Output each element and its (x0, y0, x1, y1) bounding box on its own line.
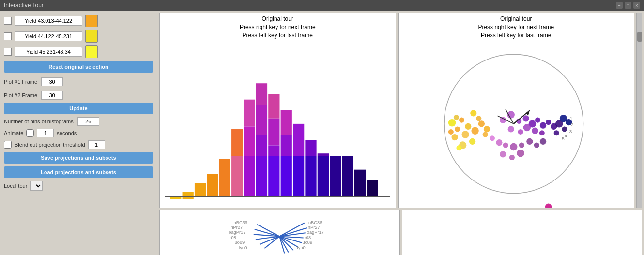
svg-point-77 (534, 143, 539, 148)
yield-1-checkbox[interactable] (4, 17, 12, 25)
svg-point-71 (489, 136, 494, 141)
yield-3-checkbox[interactable] (4, 48, 12, 56)
svg-point-50 (448, 119, 455, 126)
blend-label: Blend out projection threshold (15, 142, 85, 148)
plot-bottom-left: nBC36 nPr27 oagPr17 r08 uo89 tyo0 nBC36 … (159, 210, 400, 255)
bins-input[interactable] (77, 117, 99, 126)
svg-point-74 (509, 143, 517, 150)
svg-text:5: 5 (562, 136, 565, 142)
svg-point-41 (469, 138, 475, 145)
svg-point-57 (535, 118, 540, 123)
svg-rect-7 (231, 156, 243, 197)
svg-rect-11 (256, 84, 267, 105)
yield-2-color[interactable] (85, 30, 98, 43)
svg-rect-6 (231, 129, 243, 156)
svg-point-81 (517, 150, 524, 157)
svg-text:3: 3 (569, 129, 572, 134)
minimize-button[interactable]: − (616, 2, 623, 9)
svg-point-76 (526, 138, 533, 145)
svg-point-39 (459, 118, 464, 123)
svg-point-62 (539, 131, 544, 136)
tour-svg: 1 2 3 4 5 (399, 40, 634, 208)
svg-point-63 (507, 126, 514, 133)
yield-2-label: Yield 44.122-45.231 (15, 31, 82, 41)
main-layout: Yield 43.013-44.122 Yield 44.122-45.231 … (0, 11, 644, 255)
title-bar: Interactive Tour − □ × (0, 0, 644, 11)
tour-canvas: 1 2 3 4 5 (399, 40, 634, 208)
update-button[interactable]: Update (4, 103, 153, 114)
svg-point-68 (562, 127, 567, 132)
top-plots-row: Original tour Press right key for next f… (159, 13, 642, 208)
histogram-svg (160, 40, 396, 208)
svg-text:uo89: uo89 (235, 240, 245, 245)
bottom-left-svg: nBC36 nPr27 oagPr17 r08 uo89 tyo0 nBC36 … (160, 210, 399, 255)
svg-point-37 (482, 132, 488, 137)
animate-checkbox[interactable] (26, 129, 34, 137)
svg-text:tyo0: tyo0 (239, 245, 247, 250)
reset-selection-button[interactable]: Reset original selection (4, 61, 153, 73)
plot2-frame-row: Plot #2 Frame (4, 91, 153, 100)
yield-row-1: Yield 43.013-44.122 (4, 15, 153, 27)
animate-label: Animate (4, 130, 23, 136)
svg-rect-4 (207, 174, 218, 197)
plot1-frame-row: Plot #1 Frame (4, 77, 153, 86)
histogram-canvas (160, 40, 396, 208)
bins-row: Number of bins of histograms (4, 117, 153, 126)
svg-text:1: 1 (569, 116, 572, 121)
svg-rect-26 (318, 154, 329, 157)
blend-input[interactable] (88, 140, 105, 149)
svg-point-59 (546, 120, 551, 125)
yield-2-checkbox[interactable] (4, 32, 12, 40)
app-title: Interactive Tour (4, 2, 44, 9)
content-area: Original tour Press right key for next f… (157, 11, 644, 255)
svg-point-47 (483, 126, 490, 133)
local-tour-row: Local tour (4, 181, 153, 191)
load-projections-button[interactable]: Load projections and subsets (4, 166, 153, 178)
svg-text:nBC36: nBC36 (308, 220, 322, 225)
yield-1-label: Yield 43.013-44.122 (15, 16, 82, 26)
svg-text:oagPr17: oagPr17 (229, 230, 245, 235)
animate-row: Animate seconds (4, 129, 153, 137)
close-button[interactable]: × (633, 2, 640, 9)
svg-rect-23 (293, 156, 304, 197)
svg-text:4: 4 (564, 133, 567, 138)
yield-1-color[interactable] (85, 15, 98, 27)
save-projections-button[interactable]: Save projections and subsets (4, 152, 153, 164)
animate-input[interactable] (37, 129, 54, 137)
svg-point-42 (455, 127, 460, 132)
svg-rect-20 (281, 135, 292, 157)
plot1-frame-input[interactable] (41, 77, 63, 86)
svg-point-43 (476, 116, 481, 121)
svg-point-52 (499, 117, 506, 123)
scrollbar-thumb[interactable] (637, 32, 642, 42)
svg-rect-30 (354, 170, 366, 197)
svg-text:nPr27: nPr27 (230, 225, 243, 230)
bins-label: Number of bins of histograms (4, 119, 74, 124)
scrollbar[interactable] (636, 13, 642, 208)
svg-rect-27 (318, 156, 329, 197)
svg-point-61 (532, 128, 538, 134)
svg-point-35 (478, 121, 484, 127)
animate-seconds-label: seconds (57, 130, 77, 136)
svg-rect-29 (342, 156, 353, 197)
svg-rect-13 (256, 135, 267, 157)
yield-3-color[interactable] (85, 45, 98, 58)
svg-point-40 (461, 131, 469, 138)
local-tour-select[interactable] (30, 181, 43, 191)
svg-point-38 (465, 123, 471, 130)
svg-point-60 (523, 124, 530, 131)
local-tour-label: Local tour (4, 183, 27, 189)
bottom-plots-row: nBC36 nPr27 oagPr17 r08 uo89 tyo0 nBC36 … (159, 210, 642, 255)
maximize-button[interactable]: □ (625, 2, 631, 9)
blend-row: Blend out projection threshold (4, 140, 153, 149)
blend-checkbox[interactable] (4, 141, 12, 149)
svg-point-55 (522, 116, 529, 122)
plot2-frame-input[interactable] (41, 91, 63, 100)
svg-rect-33 (399, 41, 634, 207)
svg-rect-22 (293, 124, 304, 156)
svg-text:tyo0: tyo0 (297, 245, 305, 250)
svg-rect-24 (305, 140, 316, 156)
svg-rect-14 (256, 156, 267, 197)
svg-point-78 (539, 138, 546, 145)
svg-point-51 (456, 145, 461, 150)
